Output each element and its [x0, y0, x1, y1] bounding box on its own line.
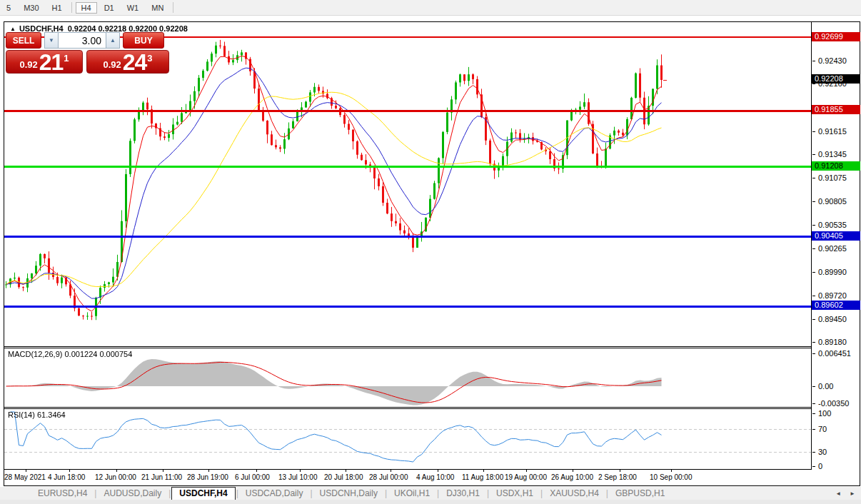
rsi-value: 61.3464 — [37, 410, 66, 419]
time-tick-mark — [208, 470, 209, 472]
tab-audusd-daily[interactable]: AUDUSD,Daily — [97, 488, 168, 499]
buy-price-sup: 3 — [147, 53, 152, 64]
time-tick-label: 28 Jul 00:00 — [369, 473, 408, 481]
buy-price-display[interactable]: 0.92243 — [86, 50, 169, 74]
time-tick-mark — [300, 470, 301, 472]
sell-price-sup: 1 — [64, 53, 69, 64]
buy-button[interactable]: BUY — [123, 32, 164, 49]
toolbar-separator — [71, 2, 72, 13]
tab-usdchf-h4[interactable]: USDCHF,H4 — [171, 487, 235, 500]
time-tick-label: 21 Jun 11:00 — [141, 473, 182, 481]
time-tick-label: 19 Aug 00:00 — [505, 473, 547, 481]
tab-scroll-left-icon[interactable]: ◄ — [835, 490, 841, 497]
time-tick-mark — [116, 470, 117, 472]
rsi-tick-mark — [812, 413, 815, 414]
price-axis[interactable]: 0.924300.921600.916150.913450.910750.908… — [811, 22, 860, 470]
timeframe-button-m30[interactable]: M30 — [18, 2, 44, 14]
time-tick-label: 4 Jun 18:00 — [48, 473, 85, 481]
price-tick-mark — [812, 178, 815, 178]
time-tick-mark — [671, 470, 672, 472]
panel-separator — [4, 348, 811, 348]
time-tick-label: 11 Aug 18:00 — [462, 473, 503, 481]
panel-separator — [4, 407, 811, 408]
timeframe-button-w1[interactable]: W1 — [121, 2, 145, 14]
tab-gbpusd-h1[interactable]: GBPUSD,H1 — [609, 488, 671, 499]
price-tick-label: 0.91615 — [818, 127, 847, 136]
rsi-tick-mark — [812, 466, 815, 467]
time-tick-label: 4 Aug 10:00 — [416, 473, 454, 481]
time-tick-mark — [573, 470, 573, 472]
panel-separator — [4, 346, 811, 347]
price-tick-label: 0.90805 — [818, 197, 847, 206]
sell-price-big: 21 — [39, 51, 64, 73]
tab-scroll-right-icon[interactable]: ► — [850, 490, 855, 497]
tab-usdcad-daily[interactable]: USDCAD,Daily — [239, 488, 310, 499]
price-tick-label: 0.91345 — [818, 150, 847, 158]
price-tick-mark — [812, 248, 815, 249]
timeframe-button-d1[interactable]: D1 — [99, 2, 120, 14]
timeframe-toolbar: 5M30H1H4D1W1MN — [0, 0, 861, 16]
timeframe-button-h1[interactable]: H1 — [46, 2, 68, 14]
one-click-trading-panel: SELL ▼ ▲ BUY 0.92211 0.92243 — [6, 32, 171, 74]
time-axis[interactable]: 28 May 20214 Jun 18:0012 Jun 00:0021 Jun… — [4, 470, 860, 485]
tab-ukoil-h1[interactable]: UKOil,H1 — [388, 488, 436, 499]
price-tick-mark — [812, 84, 815, 84]
collapse-arrow-icon[interactable]: ▲ — [10, 26, 16, 32]
time-tick-label: 28 May 2021 — [4, 473, 46, 481]
tab-xauusd-h4[interactable]: XAUUSD,H4 — [543, 488, 605, 499]
price-tick-label: 0.89450 — [818, 315, 847, 323]
sell-price-display[interactable]: 0.92211 — [6, 50, 83, 74]
rsi-tick-label: 30 — [818, 448, 827, 456]
macd-tick-label: -0.00350 — [818, 399, 849, 408]
rsi-tick-mark — [812, 429, 815, 430]
time-tick-label: 2 Sep 18:00 — [598, 473, 637, 481]
price-tick-label: 0.89990 — [818, 268, 847, 276]
buy-price-prefix: 0.92 — [103, 59, 121, 70]
time-tick-mark — [346, 470, 346, 472]
macd-tick-label: 0.00 — [818, 382, 833, 390]
time-tick-mark — [26, 470, 26, 472]
price-tick-mark — [812, 61, 815, 61]
price-tick-mark — [812, 201, 815, 202]
time-tick-mark — [256, 470, 257, 472]
time-tick-mark — [620, 470, 620, 472]
price-tick-mark — [812, 131, 815, 132]
rsi-label: RSI(14) 61.3464 — [8, 410, 66, 419]
price-level-badge: 0.92208 — [812, 74, 860, 84]
volume-increase-button[interactable]: ▲ — [106, 32, 120, 49]
price-level-badge: 0.91208 — [812, 161, 860, 171]
timeframe-button-5[interactable]: 5 — [1, 2, 16, 14]
time-tick-label: 28 Jun 19:00 — [187, 473, 228, 481]
macd-label: MACD(12,26,9) 0.001224 0.000754 — [8, 350, 132, 358]
timeframe-button-h4[interactable]: H4 — [76, 2, 97, 14]
rsi-tick-label: 70 — [818, 425, 827, 433]
timeframe-button-mn[interactable]: MN — [146, 2, 169, 14]
price-level-badge: 0.91855 — [812, 105, 860, 114]
price-tick-mark — [812, 296, 815, 296]
buy-price-big: 24 — [123, 51, 147, 73]
time-tick-label: 12 Jun 00:00 — [95, 473, 136, 481]
macd-tick-label: 0.006451 — [818, 349, 851, 358]
time-tick-label: 20 Jul 18:00 — [324, 473, 363, 481]
toolbar-separator — [173, 2, 173, 13]
volume-input[interactable] — [59, 32, 106, 49]
macd-tick-mark — [812, 353, 815, 354]
macd-values: 0.001224 0.000754 — [64, 350, 132, 358]
time-tick-label: 10 Sep 00:00 — [650, 473, 693, 481]
tab-eurusd-h4[interactable]: EURUSD,H4 — [31, 488, 94, 499]
tab-dj30-h1[interactable]: DJ30,H1 — [440, 488, 486, 499]
macd-name: MACD(12,26,9) — [8, 350, 62, 358]
tab-usdx-h1[interactable]: USDX,H1 — [490, 488, 540, 499]
time-tick-mark — [483, 470, 484, 472]
rsi-indicator-canvas[interactable] — [4, 408, 811, 469]
time-tick-label: 13 Jul 10:00 — [278, 473, 318, 481]
price-tick-mark — [812, 342, 815, 343]
time-tick-mark — [69, 470, 70, 472]
sell-price-prefix: 0.92 — [19, 59, 37, 70]
rsi-name: RSI(14) — [8, 410, 35, 419]
sell-button[interactable]: SELL — [6, 32, 41, 49]
tab-usdcnh-daily[interactable]: USDCNH,Daily — [313, 488, 384, 499]
price-level-badge: 0.90405 — [812, 231, 860, 241]
volume-decrease-button[interactable]: ▼ — [44, 32, 59, 49]
volume-stepper: ▼ ▲ — [44, 32, 120, 49]
